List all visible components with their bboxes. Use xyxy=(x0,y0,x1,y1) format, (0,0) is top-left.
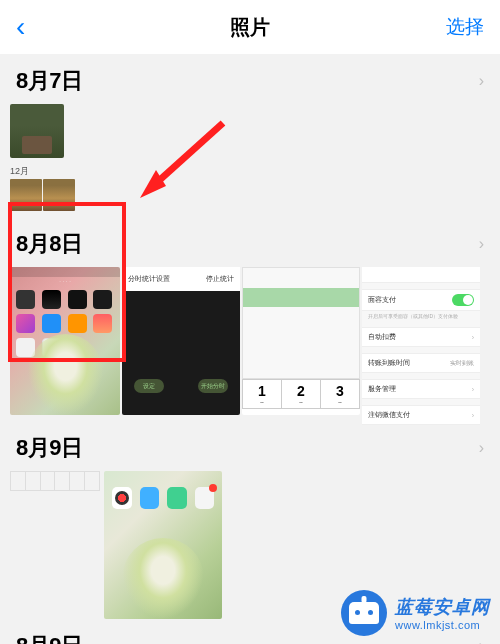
sub-date-label: 12月 xyxy=(0,164,500,179)
watermark: 蓝莓安卓网 www.lmkjst.com xyxy=(341,590,490,636)
app-icon xyxy=(140,487,160,509)
photo-thumb-tree[interactable] xyxy=(10,179,42,211)
chevron-right-icon: › xyxy=(479,235,484,253)
app-icon xyxy=(167,487,187,509)
page-title: 照片 xyxy=(230,14,270,41)
photo-thumb-dark-settings[interactable]: 分时统计设置 停止统计 设定 开始分时 xyxy=(122,267,240,415)
photo-thumb-settings[interactable]: 面容支付 开启后可享受面容（或其他ID）支付体验 自动扣费› 转账到账时间实时到… xyxy=(362,267,480,415)
watermark-title: 蓝莓安卓网 xyxy=(395,595,490,619)
chevron-right-icon: › xyxy=(479,439,484,457)
select-button[interactable]: 选择 xyxy=(446,14,484,40)
chevron-right-icon: › xyxy=(479,637,484,644)
qq-icon xyxy=(112,487,132,509)
toggle-icon xyxy=(452,294,474,306)
photo-thumb-tabs[interactable]: 1-- 2-- 3-- xyxy=(242,267,360,415)
date-label: 8月9日 xyxy=(16,631,82,644)
photo-thumb-homescreen-2[interactable] xyxy=(104,471,222,619)
watermark-logo-icon xyxy=(341,590,387,636)
date-section-8-8[interactable]: 8月8日 › xyxy=(0,217,500,267)
photo-thumb-calendar[interactable] xyxy=(10,471,100,491)
date-label: 8月9日 xyxy=(16,433,82,463)
back-icon[interactable]: ‹ xyxy=(16,11,25,43)
photo-thumb-tree[interactable] xyxy=(43,179,75,211)
date-section-8-9[interactable]: 8月9日 › xyxy=(0,421,500,471)
annotation-arrow xyxy=(138,108,238,212)
photo-thumb-homescreen[interactable]: · · · · xyxy=(10,267,120,415)
date-label: 8月7日 xyxy=(16,66,82,96)
app-icon xyxy=(195,487,215,509)
watermark-url: www.lmkjst.com xyxy=(395,619,490,631)
svg-line-0 xyxy=(153,123,223,186)
photo-thumb-plant[interactable] xyxy=(10,104,64,158)
date-section-8-7[interactable]: 8月7日 › xyxy=(0,54,500,104)
date-label: 8月8日 xyxy=(16,229,82,259)
chevron-right-icon: › xyxy=(479,72,484,90)
badge-icon xyxy=(209,484,217,492)
